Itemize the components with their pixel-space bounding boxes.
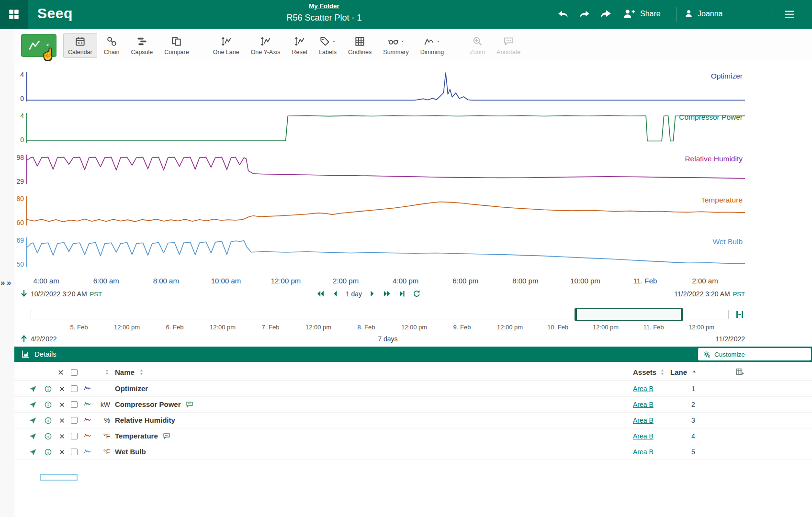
- share-label: Share: [640, 10, 661, 18]
- apps-menu-button[interactable]: [0, 0, 28, 29]
- signal-icon: [82, 385, 93, 393]
- undo-icon[interactable]: [557, 8, 569, 21]
- sort-name-icon[interactable]: [138, 369, 145, 376]
- add-column-icon[interactable]: [735, 367, 744, 376]
- hamburger-menu-icon[interactable]: [783, 8, 796, 21]
- toolbar-button-label: Capsule: [131, 49, 153, 56]
- details-table-header: Name Assets Lane: [14, 364, 812, 381]
- item-name[interactable]: Compressor Power: [115, 400, 181, 408]
- toolbar-zoom-button[interactable]: Zoom: [465, 33, 490, 58]
- item-asset-link[interactable]: Area B: [633, 448, 654, 456]
- pin-item-icon[interactable]: [29, 416, 37, 425]
- remove-item-icon[interactable]: [59, 433, 65, 439]
- trend-chart-icon: [27, 40, 42, 51]
- remove-item-icon[interactable]: [59, 449, 65, 455]
- toolbar-calendar-button[interactable]: Calendar: [63, 33, 97, 58]
- overview-selection-window[interactable]: [575, 308, 683, 321]
- expand-panel-chevron-icon[interactable]: »: [0, 278, 5, 288]
- item-asset-link[interactable]: Area B: [633, 401, 654, 408]
- step-to-now-icon[interactable]: [397, 289, 406, 298]
- zoom-icon: [472, 36, 483, 47]
- toolbar-dimming-button[interactable]: Dimming: [416, 33, 449, 58]
- item-asset-link[interactable]: Area B: [633, 432, 654, 440]
- toolbar-reset-button[interactable]: Reset: [287, 33, 312, 58]
- toolbar-annotate-button[interactable]: Annotate: [492, 33, 525, 58]
- pin-item-icon[interactable]: [29, 432, 37, 440]
- remove-item-icon[interactable]: [59, 402, 65, 408]
- toolbar-compare-button[interactable]: Compare: [159, 33, 193, 58]
- toolbar-button-label: Reset: [292, 49, 307, 56]
- pin-item-icon[interactable]: [29, 448, 37, 456]
- item-checkbox[interactable]: [71, 417, 78, 424]
- overview-tick-label: 12:00 pm: [210, 324, 236, 331]
- redo-icon[interactable]: [578, 8, 591, 21]
- item-asset-link[interactable]: Area B: [633, 416, 654, 424]
- item-info-icon[interactable]: [44, 432, 52, 440]
- gridlines-icon: [354, 36, 365, 47]
- trend-line-4: [27, 202, 745, 222]
- share-button[interactable]: Share: [622, 8, 661, 20]
- sort-assets-icon[interactable]: [659, 369, 666, 376]
- tooltip-fragment: [40, 474, 78, 481]
- sort-type-icon[interactable]: [103, 369, 111, 376]
- forward-share-icon[interactable]: [599, 8, 612, 21]
- lane-4-y-axis-min: 60: [8, 219, 24, 226]
- overview-range-icon[interactable]: [734, 309, 745, 320]
- item-checkbox[interactable]: [71, 385, 78, 392]
- item-info-icon[interactable]: [44, 448, 52, 456]
- timezone-link[interactable]: PST: [733, 291, 745, 298]
- toolbar-summary-button[interactable]: Summary: [378, 33, 413, 58]
- column-header-name[interactable]: Name: [115, 368, 135, 376]
- breadcrumb: My Folder R56 Scatter Plot - 1: [286, 2, 361, 23]
- user-icon: [684, 9, 694, 19]
- item-info-icon[interactable]: [44, 401, 52, 409]
- trend-line-5: [27, 241, 745, 264]
- annotation-bubble-icon[interactable]: [162, 432, 171, 440]
- item-name[interactable]: Wet Bulb: [115, 448, 146, 456]
- step-back-icon[interactable]: [331, 289, 340, 298]
- item-asset-link[interactable]: Area B: [633, 385, 654, 393]
- step-forward-icon[interactable]: [368, 289, 377, 298]
- column-header-lane[interactable]: Lane: [670, 368, 687, 376]
- item-checkbox[interactable]: [71, 433, 78, 439]
- expand-panel-chevron-icon[interactable]: »: [7, 278, 11, 288]
- toolbar-labels-button[interactable]: Labels: [314, 33, 341, 58]
- toolbar-button-label: Summary: [383, 49, 408, 56]
- toolbar-one-y-axis-button[interactable]: One Y-Axis: [246, 33, 285, 58]
- item-info-icon[interactable]: [44, 416, 52, 425]
- pin-item-icon[interactable]: [29, 385, 37, 393]
- toolbar-one-lane-button[interactable]: One Lane: [208, 33, 244, 58]
- item-checkbox[interactable]: [71, 449, 78, 455]
- remove-item-icon[interactable]: [59, 386, 65, 392]
- range-start-arrow-icon: [19, 289, 29, 298]
- item-name[interactable]: Optimizer: [115, 384, 148, 393]
- remove-item-icon[interactable]: [59, 417, 65, 424]
- customize-button[interactable]: Customize: [698, 348, 811, 360]
- details-panel-header: Details Customize: [14, 347, 812, 362]
- column-header-assets[interactable]: Assets: [633, 368, 656, 376]
- seeq-logo[interactable]: Seeq: [37, 5, 73, 22]
- toolbar-capsule-button[interactable]: Capsule: [126, 33, 158, 58]
- sort-ascending-icon[interactable]: [691, 369, 698, 376]
- refresh-icon[interactable]: [412, 289, 421, 298]
- step-back-double-icon[interactable]: [316, 289, 325, 298]
- item-checkbox[interactable]: [71, 401, 78, 408]
- trend-view-button[interactable]: [21, 34, 56, 57]
- item-name[interactable]: Relative Humidity: [115, 416, 175, 424]
- toolbar-chain-button[interactable]: Chain: [99, 33, 124, 58]
- lane-4-y-axis-max: 80: [8, 195, 24, 202]
- step-forward-double-icon[interactable]: [383, 289, 392, 298]
- timezone-link[interactable]: PST: [90, 291, 102, 298]
- user-menu[interactable]: Joanna: [684, 9, 723, 19]
- select-all-checkbox[interactable]: [71, 369, 78, 376]
- item-info-icon[interactable]: [44, 385, 52, 393]
- annotation-bubble-icon[interactable]: [185, 401, 194, 408]
- toolbar-gridlines-button[interactable]: Gridlines: [343, 33, 376, 58]
- item-name[interactable]: Temperature: [115, 432, 158, 440]
- remove-all-icon[interactable]: [57, 369, 64, 376]
- annotate-icon: [503, 36, 514, 47]
- pin-item-icon[interactable]: [29, 401, 37, 409]
- breadcrumb-my-folder[interactable]: My Folder: [286, 2, 361, 10]
- investigate-end-date: 11/2/2022: [716, 335, 745, 343]
- step-duration-label[interactable]: 1 day: [346, 290, 362, 298]
